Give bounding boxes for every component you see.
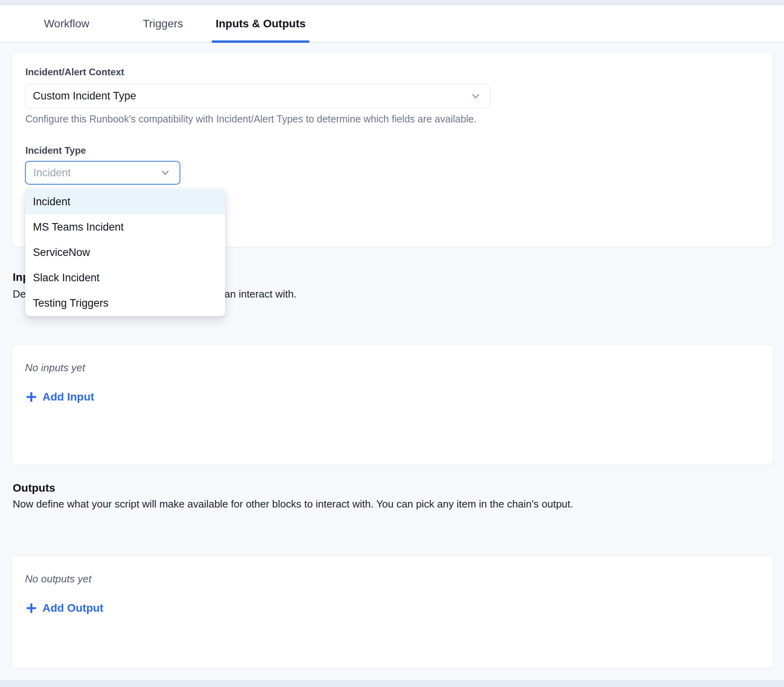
menu-option-ms-teams-incident[interactable]: MS Teams Incident	[25, 214, 225, 240]
chevron-down-icon	[159, 166, 172, 179]
tab-workflow[interactable]: Workflow	[35, 6, 98, 42]
incident-alert-context-value: Custom Incident Type	[33, 90, 136, 102]
incident-alert-context-label: Incident/Alert Context	[25, 67, 124, 78]
menu-option-servicenow[interactable]: ServiceNow	[25, 240, 225, 265]
outputs-empty-text: No outputs yet	[25, 573, 92, 585]
add-output-label: Add Output	[42, 602, 103, 614]
incident-alert-context-help: Configure this Runbook's compatibility w…	[25, 113, 501, 125]
incident-type-dropdown-menu: Incident MS Teams Incident ServiceNow Sl…	[25, 189, 225, 316]
inputs-empty-text: No inputs yet	[25, 362, 85, 374]
top-page-strip	[0, 0, 784, 6]
chevron-down-icon	[469, 90, 482, 103]
tab-inputs-outputs[interactable]: Inputs & Outputs	[212, 6, 310, 42]
tab-bar: Workflow Triggers Inputs & Outputs	[0, 6, 784, 43]
incident-type-label: Incident Type	[25, 145, 86, 156]
add-input-button[interactable]: Add Input	[25, 391, 94, 403]
incident-type-placeholder: Incident	[33, 167, 71, 179]
menu-option-testing-triggers[interactable]: Testing Triggers	[25, 291, 225, 316]
incident-alert-context-select[interactable]: Custom Incident Type	[25, 84, 490, 108]
active-tab-indicator	[212, 40, 310, 43]
bottom-page-strip	[0, 680, 784, 687]
outputs-section-description: Now define what your script will make av…	[13, 498, 686, 510]
inputs-section-description-fragment-right: an interact with.	[224, 288, 296, 300]
tab-triggers[interactable]: Triggers	[135, 6, 191, 42]
incident-type-select[interactable]: Incident	[25, 161, 180, 185]
menu-option-slack-incident[interactable]: Slack Incident	[25, 265, 225, 291]
plus-icon	[25, 602, 37, 614]
outputs-section-heading: Outputs	[13, 482, 55, 494]
plus-icon	[25, 391, 37, 403]
outputs-card	[11, 555, 773, 668]
add-input-label: Add Input	[42, 391, 94, 403]
inputs-section-description-fragment-left: De	[13, 288, 26, 300]
inputs-card	[11, 344, 773, 465]
add-output-button[interactable]: Add Output	[25, 602, 103, 614]
menu-option-incident[interactable]: Incident	[25, 189, 225, 214]
